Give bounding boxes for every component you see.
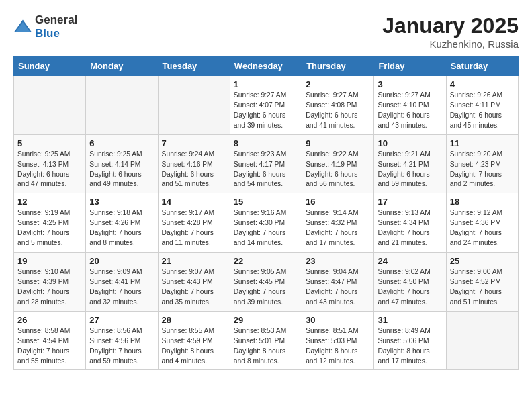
day-info: Sunrise: 9:24 AM Sunset: 4:16 PM Dayligh…: [162, 150, 226, 190]
day-info: Sunrise: 9:27 AM Sunset: 4:08 PM Dayligh…: [306, 91, 370, 131]
day-number: 22: [234, 256, 298, 266]
day-number: 5: [17, 138, 82, 148]
day-info: Sunrise: 8:56 AM Sunset: 4:56 PM Dayligh…: [89, 326, 154, 367]
day-info: Sunrise: 8:51 AM Sunset: 5:03 PM Dayligh…: [306, 326, 370, 367]
calendar-day-cell: 5Sunrise: 9:25 AM Sunset: 4:13 PM Daylig…: [14, 134, 86, 193]
day-number: 17: [378, 197, 442, 207]
calendar-day-cell: 13Sunrise: 9:18 AM Sunset: 4:26 PM Dayli…: [86, 193, 158, 253]
calendar-day-cell: 9Sunrise: 9:22 AM Sunset: 4:19 PM Daylig…: [302, 134, 374, 193]
day-info: Sunrise: 9:05 AM Sunset: 4:45 PM Dayligh…: [234, 267, 298, 308]
logo-blue: Blue: [35, 27, 77, 40]
calendar-day-cell: 6Sunrise: 9:25 AM Sunset: 4:14 PM Daylig…: [86, 134, 158, 193]
calendar-week-row: 5Sunrise: 9:25 AM Sunset: 4:13 PM Daylig…: [14, 134, 519, 193]
weekday-header-row: SundayMondayTuesdayWednesdayThursdayFrid…: [14, 57, 519, 76]
calendar-day-cell: 12Sunrise: 9:19 AM Sunset: 4:25 PM Dayli…: [14, 193, 86, 253]
title-block: January 2025 Kuzhenkino, Russia: [382, 13, 519, 50]
day-info: Sunrise: 8:55 AM Sunset: 4:59 PM Dayligh…: [162, 326, 226, 367]
calendar-day-cell: 21Sunrise: 9:07 AM Sunset: 4:43 PM Dayli…: [158, 253, 230, 312]
calendar-day-cell: 24Sunrise: 9:02 AM Sunset: 4:50 PM Dayli…: [374, 253, 446, 312]
day-info: Sunrise: 9:26 AM Sunset: 4:11 PM Dayligh…: [450, 91, 515, 131]
day-info: Sunrise: 9:18 AM Sunset: 4:26 PM Dayligh…: [89, 208, 154, 248]
calendar-day-cell: 8Sunrise: 9:23 AM Sunset: 4:17 PM Daylig…: [230, 134, 302, 193]
day-info: Sunrise: 9:14 AM Sunset: 4:32 PM Dayligh…: [306, 208, 370, 248]
day-number: 16: [306, 197, 370, 207]
calendar-day-cell: 3Sunrise: 9:27 AM Sunset: 4:10 PM Daylig…: [374, 76, 446, 135]
calendar-table: SundayMondayTuesdayWednesdayThursdayFrid…: [13, 56, 519, 370]
weekday-header-saturday: Saturday: [446, 57, 518, 76]
day-number: 28: [162, 315, 226, 325]
calendar-day-cell: 20Sunrise: 9:09 AM Sunset: 4:41 PM Dayli…: [86, 253, 158, 312]
calendar-day-cell: 31Sunrise: 8:49 AM Sunset: 5:06 PM Dayli…: [374, 311, 446, 370]
calendar-day-cell: [446, 311, 518, 370]
calendar-day-cell: [86, 76, 158, 135]
day-number: 26: [17, 315, 82, 325]
month-title: January 2025: [382, 13, 519, 38]
day-number: 14: [162, 197, 226, 207]
calendar-day-cell: 4Sunrise: 9:26 AM Sunset: 4:11 PM Daylig…: [446, 76, 518, 135]
day-number: 23: [306, 256, 370, 266]
day-info: Sunrise: 9:22 AM Sunset: 4:19 PM Dayligh…: [306, 150, 370, 190]
calendar-day-cell: 10Sunrise: 9:21 AM Sunset: 4:21 PM Dayli…: [374, 134, 446, 193]
day-info: Sunrise: 9:09 AM Sunset: 4:41 PM Dayligh…: [89, 267, 154, 308]
day-number: 13: [89, 197, 154, 207]
calendar-day-cell: [158, 76, 230, 135]
calendar-day-cell: 30Sunrise: 8:51 AM Sunset: 5:03 PM Dayli…: [302, 311, 374, 370]
day-info: Sunrise: 9:23 AM Sunset: 4:17 PM Dayligh…: [234, 150, 298, 190]
logo-general: General: [35, 13, 77, 27]
day-number: 18: [450, 197, 515, 207]
calendar-day-cell: 29Sunrise: 8:53 AM Sunset: 5:01 PM Dayli…: [230, 311, 302, 370]
calendar-day-cell: 19Sunrise: 9:10 AM Sunset: 4:39 PM Dayli…: [14, 253, 86, 312]
day-info: Sunrise: 9:27 AM Sunset: 4:10 PM Dayligh…: [378, 91, 442, 131]
calendar-day-cell: 14Sunrise: 9:17 AM Sunset: 4:28 PM Dayli…: [158, 193, 230, 253]
day-number: 20: [89, 256, 154, 266]
calendar-day-cell: 28Sunrise: 8:55 AM Sunset: 4:59 PM Dayli…: [158, 311, 230, 370]
day-info: Sunrise: 9:00 AM Sunset: 4:52 PM Dayligh…: [450, 267, 515, 308]
calendar-day-cell: 11Sunrise: 9:20 AM Sunset: 4:23 PM Dayli…: [446, 134, 518, 193]
page-header: General Blue January 2025 Kuzhenkino, Ru…: [13, 13, 519, 50]
day-number: 24: [378, 256, 442, 266]
day-info: Sunrise: 9:02 AM Sunset: 4:50 PM Dayligh…: [378, 267, 442, 308]
day-info: Sunrise: 9:25 AM Sunset: 4:14 PM Dayligh…: [89, 150, 154, 190]
day-info: Sunrise: 9:25 AM Sunset: 4:13 PM Dayligh…: [17, 150, 82, 190]
calendar-day-cell: 16Sunrise: 9:14 AM Sunset: 4:32 PM Dayli…: [302, 193, 374, 253]
day-number: 2: [306, 79, 370, 89]
calendar-day-cell: 27Sunrise: 8:56 AM Sunset: 4:56 PM Dayli…: [86, 311, 158, 370]
day-info: Sunrise: 9:27 AM Sunset: 4:07 PM Dayligh…: [234, 91, 298, 131]
day-info: Sunrise: 9:10 AM Sunset: 4:39 PM Dayligh…: [17, 267, 82, 308]
calendar-day-cell: 2Sunrise: 9:27 AM Sunset: 4:08 PM Daylig…: [302, 76, 374, 135]
day-info: Sunrise: 9:16 AM Sunset: 4:30 PM Dayligh…: [234, 208, 298, 248]
calendar-day-cell: 18Sunrise: 9:12 AM Sunset: 4:36 PM Dayli…: [446, 193, 518, 253]
day-number: 8: [234, 138, 298, 148]
weekday-header-friday: Friday: [374, 57, 446, 76]
day-info: Sunrise: 9:20 AM Sunset: 4:23 PM Dayligh…: [450, 150, 515, 190]
day-number: 15: [234, 197, 298, 207]
day-info: Sunrise: 9:04 AM Sunset: 4:47 PM Dayligh…: [306, 267, 370, 308]
day-number: 10: [378, 138, 442, 148]
day-number: 3: [378, 79, 442, 89]
calendar-day-cell: 23Sunrise: 9:04 AM Sunset: 4:47 PM Dayli…: [302, 253, 374, 312]
day-info: Sunrise: 9:19 AM Sunset: 4:25 PM Dayligh…: [17, 208, 82, 248]
day-number: 31: [378, 315, 442, 325]
day-info: Sunrise: 8:53 AM Sunset: 5:01 PM Dayligh…: [234, 326, 298, 367]
day-number: 11: [450, 138, 515, 148]
weekday-header-wednesday: Wednesday: [230, 57, 302, 76]
logo: General Blue: [13, 13, 77, 40]
calendar-week-row: 12Sunrise: 9:19 AM Sunset: 4:25 PM Dayli…: [14, 193, 519, 253]
location-title: Kuzhenkino, Russia: [382, 38, 519, 50]
day-number: 7: [162, 138, 226, 148]
calendar-day-cell: 1Sunrise: 9:27 AM Sunset: 4:07 PM Daylig…: [230, 76, 302, 135]
day-info: Sunrise: 9:07 AM Sunset: 4:43 PM Dayligh…: [162, 267, 226, 308]
day-number: 12: [17, 197, 82, 207]
day-number: 4: [450, 79, 515, 89]
calendar-day-cell: 17Sunrise: 9:13 AM Sunset: 4:34 PM Dayli…: [374, 193, 446, 253]
weekday-header-monday: Monday: [86, 57, 158, 76]
calendar-day-cell: 22Sunrise: 9:05 AM Sunset: 4:45 PM Dayli…: [230, 253, 302, 312]
weekday-header-tuesday: Tuesday: [158, 57, 230, 76]
weekday-header-thursday: Thursday: [302, 57, 374, 76]
calendar-day-cell: 25Sunrise: 9:00 AM Sunset: 4:52 PM Dayli…: [446, 253, 518, 312]
day-number: 30: [306, 315, 370, 325]
day-info: Sunrise: 9:12 AM Sunset: 4:36 PM Dayligh…: [450, 208, 515, 248]
day-info: Sunrise: 8:58 AM Sunset: 4:54 PM Dayligh…: [17, 326, 82, 367]
logo-icon: [13, 17, 32, 36]
calendar-day-cell: [14, 76, 86, 135]
